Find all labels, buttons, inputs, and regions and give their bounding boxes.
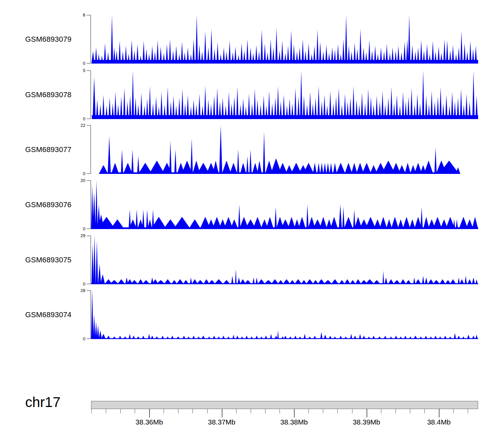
coverage-peak bbox=[380, 47, 382, 64]
coverage-peak bbox=[445, 95, 448, 119]
coverage-peak bbox=[113, 47, 116, 64]
coverage-peak bbox=[117, 105, 119, 119]
coverage-peak bbox=[196, 15, 198, 64]
coverage-peak bbox=[434, 147, 437, 174]
coverage-peak bbox=[390, 87, 392, 119]
coverage-peak bbox=[336, 163, 345, 174]
coverage-peak bbox=[262, 96, 265, 119]
coverage-peak bbox=[454, 333, 456, 339]
coverage-peak bbox=[111, 15, 113, 64]
coverage-peak bbox=[339, 205, 342, 229]
coverage-peak bbox=[93, 235, 96, 284]
coverage-peak bbox=[432, 280, 440, 285]
coverage-peak bbox=[446, 40, 448, 64]
coverage-peak bbox=[379, 217, 387, 229]
coverage-peak bbox=[467, 279, 472, 284]
coverage-peak bbox=[393, 104, 395, 119]
coverage-peak bbox=[344, 94, 346, 119]
coverage-peak bbox=[161, 336, 164, 339]
coverage-peak bbox=[154, 51, 156, 64]
coverage-peak bbox=[248, 94, 250, 119]
coverage-peak bbox=[227, 336, 230, 339]
coverage-peak bbox=[472, 217, 478, 229]
coverage-peak bbox=[101, 56, 103, 64]
y-axis-bracket bbox=[87, 180, 91, 229]
coverage-peak bbox=[445, 280, 451, 285]
coverage-peak bbox=[178, 98, 180, 119]
coverage-peak bbox=[281, 336, 284, 339]
coverage-peak bbox=[170, 102, 172, 119]
coverage-peak bbox=[398, 165, 406, 174]
coverage-peak bbox=[306, 205, 309, 229]
coverage-peak bbox=[245, 106, 247, 119]
ruler-minor-tick bbox=[207, 409, 208, 413]
y-axis-max-label: 5 bbox=[73, 68, 85, 73]
coverage-peak bbox=[465, 276, 467, 284]
coverage-peak bbox=[456, 219, 458, 229]
y-axis-zero-label: 0 bbox=[73, 61, 85, 66]
coverage-peak bbox=[142, 280, 150, 285]
coverage-peak bbox=[408, 15, 410, 64]
coverage-peak bbox=[182, 336, 185, 339]
coverage-peak bbox=[420, 207, 423, 229]
coverage-peak bbox=[365, 279, 375, 284]
coverage-peak bbox=[121, 150, 123, 174]
coverage-peak bbox=[169, 39, 171, 64]
ruler-minor-tick bbox=[106, 409, 106, 413]
coverage-peak bbox=[249, 47, 252, 64]
coverage-peak bbox=[250, 336, 253, 339]
coverage-peak bbox=[204, 86, 206, 119]
ruler-minor-tick bbox=[135, 409, 135, 413]
coverage-peak bbox=[286, 105, 288, 119]
y-axis-zero-label: 0 bbox=[73, 116, 85, 121]
coverage-peak bbox=[411, 45, 414, 64]
coverage-peak bbox=[288, 217, 295, 229]
coverage-peak bbox=[106, 105, 108, 119]
coverage-peak bbox=[201, 105, 204, 119]
coverage-peak bbox=[382, 271, 384, 284]
y-axis-bracket bbox=[87, 15, 91, 64]
coverage-peak bbox=[256, 100, 259, 119]
coverage-peak bbox=[229, 163, 237, 174]
coverage-peak bbox=[404, 336, 407, 339]
coverage-peak bbox=[155, 97, 157, 119]
coverage-peak bbox=[329, 336, 332, 339]
coverage-plot bbox=[91, 235, 478, 284]
coverage-peak bbox=[201, 51, 203, 64]
coverage-peak bbox=[117, 279, 125, 284]
coverage-peak bbox=[440, 53, 443, 64]
coverage-peak bbox=[190, 106, 192, 119]
coverage-peak bbox=[112, 336, 116, 339]
coverage-peak bbox=[131, 280, 138, 285]
track-row: GSM6893075290 bbox=[0, 235, 504, 284]
coverage-peak bbox=[217, 336, 220, 339]
coverage-peak bbox=[334, 50, 336, 64]
coverage-peak bbox=[405, 102, 407, 119]
ruler-minor-tick bbox=[453, 409, 454, 413]
coverage-peak bbox=[444, 336, 447, 339]
coverage-peak bbox=[393, 280, 401, 285]
coverage-peak bbox=[399, 105, 401, 119]
coverage-peak bbox=[242, 99, 244, 119]
coverage-peak bbox=[156, 280, 166, 285]
coverage-peak bbox=[320, 332, 323, 339]
coverage-peak bbox=[274, 98, 277, 119]
coverage-peak bbox=[193, 100, 195, 119]
coverage-peak bbox=[363, 47, 365, 64]
coverage-peak bbox=[475, 279, 478, 284]
coverage-peak bbox=[332, 104, 335, 119]
coverage-peak bbox=[372, 336, 375, 339]
coverage-peak bbox=[261, 30, 263, 64]
coverage-peak bbox=[294, 88, 297, 119]
coverage-peak bbox=[237, 54, 240, 64]
ruler-tick-label: 38.36Mb bbox=[135, 418, 163, 426]
coverage-peak bbox=[93, 192, 96, 229]
coverage-peak bbox=[283, 279, 290, 284]
coverage-peak bbox=[318, 279, 325, 284]
track-row: GSM6893077220 bbox=[0, 125, 504, 174]
ruler-minor-tick bbox=[265, 409, 265, 413]
coverage-peak bbox=[407, 97, 410, 119]
coverage-peak bbox=[337, 44, 339, 64]
coverage-peak bbox=[414, 105, 416, 119]
coverage-peak bbox=[475, 335, 478, 339]
